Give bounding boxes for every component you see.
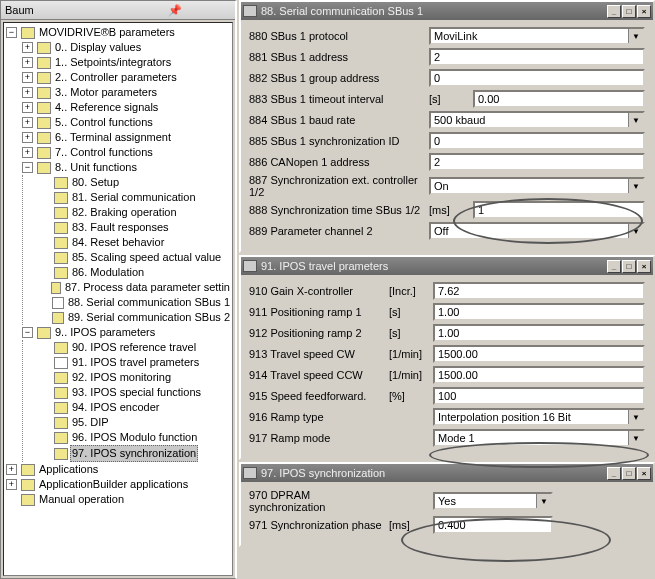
param-input[interactable]: 1 (473, 201, 645, 219)
tree-leaf[interactable]: 82. Braking operation (39, 205, 232, 220)
expand-icon[interactable]: + (22, 132, 33, 143)
param-unit: [1/min] (389, 348, 433, 360)
window-icon (243, 467, 257, 479)
tree-leaf[interactable]: 93. IPOS special functions (39, 385, 232, 400)
param-input[interactable]: 0.00 (473, 90, 645, 108)
tree-leaf[interactable]: 81. Serial communication (39, 190, 232, 205)
close-button[interactable]: × (637, 260, 651, 273)
titlebar-91[interactable]: 91. IPOS travel prameters _ □ × (241, 257, 653, 275)
tree-leaf[interactable]: 90. IPOS reference travel (39, 340, 232, 355)
param-input[interactable]: 2 (429, 48, 645, 66)
tree-node[interactable]: +0.. Display values (22, 40, 232, 55)
tree-node[interactable]: +Applications (6, 462, 232, 477)
minimize-button[interactable]: _ (607, 5, 621, 18)
param-input[interactable]: 1.00 (433, 303, 645, 321)
tree-node[interactable]: +5.. Control functions (22, 115, 232, 130)
maximize-button[interactable]: □ (622, 260, 636, 273)
folder-icon (37, 327, 51, 339)
expand-icon[interactable]: + (22, 147, 33, 158)
param-label: 881 SBus 1 address (249, 51, 429, 63)
expand-icon[interactable]: + (22, 102, 33, 113)
param-select[interactable]: Mode 1▼ (433, 429, 645, 447)
collapse-icon[interactable]: − (22, 327, 33, 338)
tree-root[interactable]: −MOVIDRIVE®B parameters (6, 25, 232, 40)
param-select[interactable]: Interpolation position 16 Bit▼ (433, 408, 645, 426)
expand-icon[interactable]: + (22, 42, 33, 53)
pin-icon[interactable]: 📌 (118, 3, 231, 17)
chevron-down-icon: ▼ (628, 431, 643, 445)
tree-node[interactable]: +2.. Controller parameters (22, 70, 232, 85)
tree-node[interactable]: Manual operation (6, 492, 232, 507)
titlebar-88[interactable]: 88. Serial communication SBus 1 _ □ × (241, 2, 653, 20)
expand-icon[interactable]: + (22, 57, 33, 68)
param-input[interactable]: 1.00 (433, 324, 645, 342)
tree-node-ipos[interactable]: −9.. IPOS parameters (22, 325, 232, 340)
param-row: 881 SBus 1 address2 (249, 48, 645, 66)
tree-node-unit[interactable]: −8.. Unit functions (22, 160, 232, 175)
close-button[interactable]: × (637, 5, 651, 18)
tree-leaf[interactable]: 84. Reset behavior (39, 235, 232, 250)
tree-leaf[interactable]: 92. IPOS monitoring (39, 370, 232, 385)
tree-node[interactable]: +ApplicationBuilder applications (6, 477, 232, 492)
param-label: 886 CANopen 1 address (249, 156, 429, 168)
tree-leaf[interactable]: 83. Fault responses (39, 220, 232, 235)
folder-icon (54, 448, 68, 460)
tree-leaf[interactable]: 97. IPOS synchronization (39, 445, 232, 462)
tree-leaf[interactable]: 86. Modulation (39, 265, 232, 280)
expand-icon[interactable]: + (22, 72, 33, 83)
param-row: 880 SBus 1 protocolMoviLink▼ (249, 27, 645, 45)
param-select[interactable]: MoviLink▼ (429, 27, 645, 45)
tree-leaf[interactable]: 94. IPOS encoder (39, 400, 232, 415)
param-input[interactable]: 7.62 (433, 282, 645, 300)
param-input[interactable]: 2 (429, 153, 645, 171)
chevron-down-icon: ▼ (628, 224, 643, 238)
tree-node[interactable]: +1.. Setpoints/integrators (22, 55, 232, 70)
param-select[interactable]: Yes▼ (433, 492, 553, 510)
param-input[interactable]: 1500.00 (433, 345, 645, 363)
collapse-icon[interactable]: − (6, 27, 17, 38)
close-button[interactable]: × (637, 467, 651, 480)
tree-node[interactable]: +3.. Motor parameters (22, 85, 232, 100)
window-91: 91. IPOS travel prameters _ □ × 910 Gain… (239, 255, 655, 460)
param-select[interactable]: 500 kbaud▼ (429, 111, 645, 129)
expand-icon[interactable]: + (22, 87, 33, 98)
folder-icon (54, 222, 68, 234)
expand-icon[interactable]: + (22, 117, 33, 128)
folder-icon (54, 192, 68, 204)
param-input[interactable]: 0 (429, 132, 645, 150)
parameter-tree[interactable]: −MOVIDRIVE®B parameters +0.. Display val… (3, 22, 233, 576)
tree-leaf[interactable]: 88. Serial communication SBus 1 (39, 295, 232, 310)
collapse-icon[interactable]: − (22, 162, 33, 173)
tree-node[interactable]: +6.. Terminal assignment (22, 130, 232, 145)
param-input[interactable]: 0.400 (433, 516, 553, 534)
expand-icon[interactable]: + (6, 464, 17, 475)
expand-icon[interactable]: + (6, 479, 17, 490)
param-input[interactable]: 100 (433, 387, 645, 405)
tree-leaf[interactable]: 80. Setup (39, 175, 232, 190)
folder-icon (37, 102, 51, 114)
window-icon (243, 260, 257, 272)
select-value: Mode 1 (435, 431, 628, 445)
minimize-button[interactable]: _ (607, 260, 621, 273)
tree-node[interactable]: +7.. Control functions (22, 145, 232, 160)
tree-leaf[interactable]: 89. Serial communication SBus 2 (39, 310, 232, 325)
tree-leaf[interactable]: 85. Scaling speed actual value (39, 250, 232, 265)
maximize-button[interactable]: □ (622, 467, 636, 480)
param-select[interactable]: On▼ (429, 177, 645, 195)
param-select[interactable]: Off▼ (429, 222, 645, 240)
param-input[interactable]: 1500.00 (433, 366, 645, 384)
right-pane: 88. Serial communication SBus 1 _ □ × 88… (237, 0, 655, 579)
document-icon (54, 357, 68, 369)
tree-leaf[interactable]: 95. DIP (39, 415, 232, 430)
tree-leaf[interactable]: 96. IPOS Modulo function (39, 430, 232, 445)
tree-leaf[interactable]: 91. IPOS travel prameters (39, 355, 232, 370)
tree-node[interactable]: +4.. Reference signals (22, 100, 232, 115)
param-input[interactable]: 0 (429, 69, 645, 87)
minimize-button[interactable]: _ (607, 467, 621, 480)
titlebar-97[interactable]: 97. IPOS synchronization _ □ × (241, 464, 653, 482)
param-label: 884 SBus 1 baud rate (249, 114, 429, 126)
maximize-button[interactable]: □ (622, 5, 636, 18)
tree-leaf[interactable]: 87. Process data parameter settin (39, 280, 232, 295)
param-row: 914 Travel speed CCW[1/min]1500.00 (249, 366, 645, 384)
folder-icon (37, 87, 51, 99)
